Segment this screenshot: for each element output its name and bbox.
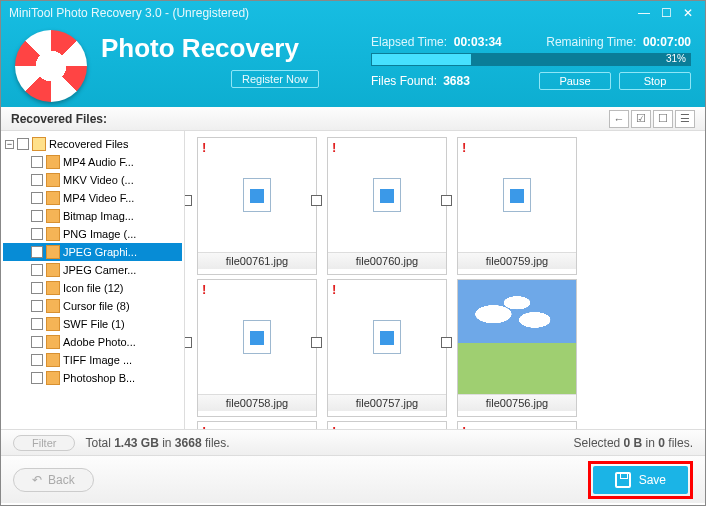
file-tree[interactable]: −Recovered FilesMP4 Audio F...MKV Video … [1, 131, 185, 429]
tree-item-label: PNG Image (... [63, 228, 136, 240]
file-placeholder-icon [373, 320, 401, 354]
thumbnail[interactable]: !file00761.jpg [197, 137, 317, 275]
tree-checkbox[interactable] [31, 318, 43, 330]
tree-checkbox[interactable] [31, 354, 43, 366]
filetype-icon [46, 263, 60, 277]
tree-checkbox[interactable] [31, 246, 43, 258]
tree-item[interactable]: MKV Video (... [3, 171, 182, 189]
thumb-checkbox[interactable] [311, 195, 322, 206]
file-placeholder-icon [243, 320, 271, 354]
tree-item[interactable]: MP4 Audio F... [3, 153, 182, 171]
folder-icon [32, 137, 46, 151]
select-all-button[interactable]: ☑ [631, 110, 651, 128]
thumb-checkbox[interactable] [441, 195, 452, 206]
tree-item-label: MP4 Audio F... [63, 156, 134, 168]
thumbnail-filename: file00761.jpg [198, 252, 316, 269]
tree-checkbox[interactable] [31, 282, 43, 294]
tree-item[interactable]: PNG Image (... [3, 225, 182, 243]
stop-button[interactable]: Stop [619, 72, 691, 90]
toolbar: Recovered Files: ← ☑ ☐ ☰ [1, 107, 705, 131]
thumbnail[interactable]: ! [457, 421, 577, 429]
tree-item[interactable]: JPEG Camer... [3, 261, 182, 279]
tree-item[interactable]: Icon file (12) [3, 279, 182, 297]
tree-checkbox[interactable] [31, 228, 43, 240]
back-button[interactable]: ↶Back [13, 468, 94, 492]
alert-icon: ! [202, 140, 206, 155]
tree-checkbox[interactable] [31, 174, 43, 186]
save-button[interactable]: Save [593, 466, 688, 494]
thumbnail[interactable]: !file00754.jpg [327, 421, 447, 429]
tree-checkbox[interactable] [31, 210, 43, 222]
tree-checkbox[interactable] [31, 156, 43, 168]
pause-button[interactable]: Pause [539, 72, 611, 90]
remaining-value: 00:07:00 [643, 35, 691, 49]
filetype-icon [46, 209, 60, 223]
thumbnail[interactable]: !file00757.jpg [327, 279, 447, 417]
filetype-icon [46, 353, 60, 367]
nav-back-button[interactable]: ← [609, 110, 629, 128]
alert-icon: ! [202, 282, 206, 297]
thumbnail-filename: file00759.jpg [458, 252, 576, 269]
tree-checkbox[interactable] [31, 192, 43, 204]
thumb-checkbox[interactable] [311, 337, 322, 348]
thumb-checkbox[interactable] [441, 337, 452, 348]
tree-item[interactable]: JPEG Graphi... [3, 243, 182, 261]
tree-item-label: SWF File (1) [63, 318, 125, 330]
titlebar: MiniTool Photo Recovery 3.0 - (Unregiste… [1, 1, 705, 25]
tree-expander-icon[interactable]: − [5, 140, 14, 149]
filetype-icon [46, 155, 60, 169]
alert-icon: ! [332, 424, 336, 429]
recovered-files-label: Recovered Files: [11, 112, 609, 126]
app-title: Photo Recovery [101, 33, 319, 64]
filetype-icon [46, 227, 60, 241]
tree-item-label: Cursor file (8) [63, 300, 130, 312]
filetype-icon [46, 317, 60, 331]
tree-checkbox[interactable] [31, 300, 43, 312]
file-placeholder-icon [503, 178, 531, 212]
tree-item[interactable]: MP4 Video F... [3, 189, 182, 207]
tree-item[interactable]: TIFF Image ... [3, 351, 182, 369]
alert-icon: ! [462, 424, 466, 429]
tree-checkbox[interactable] [17, 138, 29, 150]
filetype-icon [46, 191, 60, 205]
tree-item-label: MKV Video (... [63, 174, 134, 186]
thumbnail[interactable]: !file00758.jpg [197, 279, 317, 417]
tree-item[interactable]: SWF File (1) [3, 315, 182, 333]
tree-item[interactable]: Adobe Photo... [3, 333, 182, 351]
filter-button[interactable]: Filter [13, 435, 75, 451]
close-button[interactable]: ✕ [679, 4, 697, 22]
progress-percent: 31% [666, 53, 686, 64]
tree-item[interactable]: Photoshop B... [3, 369, 182, 387]
maximize-button[interactable]: ☐ [657, 4, 675, 22]
tree-item[interactable]: Cursor file (8) [3, 297, 182, 315]
minimize-button[interactable]: — [635, 4, 653, 22]
filetype-icon [46, 371, 60, 385]
selected-summary: Selected 0 B in 0 files. [574, 436, 693, 450]
thumbnail[interactable]: !file00760.jpg [327, 137, 447, 275]
footer: ↶Back Save [1, 455, 705, 503]
register-button[interactable]: Register Now [231, 70, 319, 88]
remaining-label: Remaining Time: [546, 35, 636, 49]
view-list-button[interactable]: ☰ [675, 110, 695, 128]
tree-item-label: Bitmap Imag... [63, 210, 134, 222]
thumbnail[interactable]: !file00756.jpg [457, 279, 577, 417]
tree-item[interactable]: Bitmap Imag... [3, 207, 182, 225]
tree-item-label: Adobe Photo... [63, 336, 136, 348]
alert-icon: ! [332, 140, 336, 155]
status-bar: Filter Total 1.43 GB in 3668 files. Sele… [1, 429, 705, 455]
filetype-icon [46, 299, 60, 313]
thumbnail[interactable]: !file00759.jpg [457, 137, 577, 275]
file-placeholder-icon [373, 178, 401, 212]
view-large-button[interactable]: ☐ [653, 110, 673, 128]
tree-checkbox[interactable] [31, 336, 43, 348]
thumbnail-grid[interactable]: !file00761.jpg!file00760.jpg!file00759.j… [185, 131, 705, 429]
thumbnail[interactable]: !file00755.jpg [197, 421, 317, 429]
tree-checkbox[interactable] [31, 372, 43, 384]
filetype-icon [46, 281, 60, 295]
thumb-checkbox[interactable] [185, 337, 192, 348]
tree-checkbox[interactable] [31, 264, 43, 276]
files-found-value: 3683 [443, 74, 470, 88]
filetype-icon [46, 335, 60, 349]
thumb-checkbox[interactable] [185, 195, 192, 206]
tree-item-label: Icon file (12) [63, 282, 124, 294]
